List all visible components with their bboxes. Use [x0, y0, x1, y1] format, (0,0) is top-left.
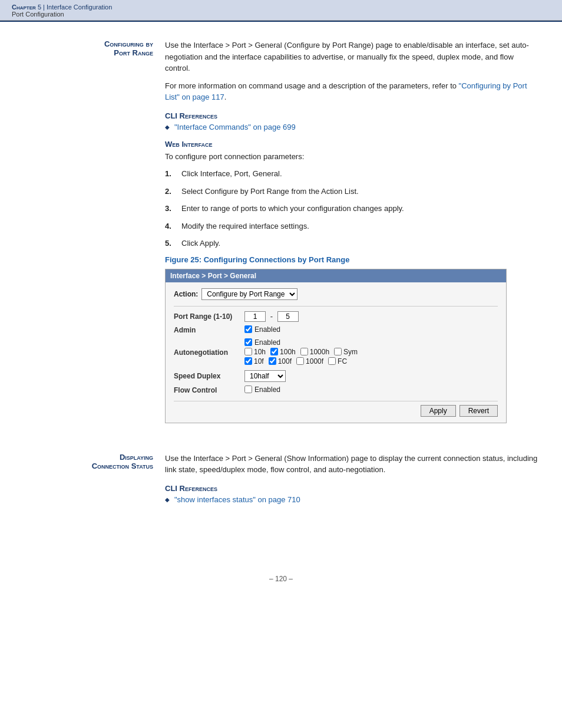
ui-port-range-to[interactable]: [277, 311, 299, 322]
label-connection-status: Connection Status: [47, 462, 153, 470]
section-label-displaying: Displaying Connection Status: [47, 453, 165, 510]
ui-cap-sym-label: Sym: [343, 348, 358, 356]
ui-flow-row: Flow Control Enabled: [174, 386, 498, 395]
label-port-range: Port Range: [47, 48, 153, 57]
cli-references-heading: CLI References: [165, 111, 538, 120]
cli-reference-item-2: "show interfaces status" on page 710: [165, 495, 538, 504]
apply-button[interactable]: Apply: [421, 405, 456, 417]
ui-cap-10h-label: 10h: [254, 348, 266, 356]
ui-speed-label: Speed Duplex: [174, 372, 244, 380]
ui-flow-checkbox[interactable]: [244, 386, 252, 393]
page-subtitle: Port Configuration: [12, 11, 550, 18]
ui-admin-label: Admin: [174, 326, 244, 334]
para-reference: For more information on command usage an…: [165, 80, 538, 103]
section-configuring-by-port-range: Configuring by Port Range Use the Interf…: [47, 39, 538, 435]
label-configuring-by: Configuring by: [47, 39, 153, 48]
step-1-num: 1.: [165, 168, 177, 180]
label-displaying: Displaying: [47, 453, 153, 462]
step-1: 1.Click Interface, Port, General.: [165, 168, 538, 180]
cli-references-list-2: "show interfaces status" on page 710: [165, 495, 538, 504]
ui-cap-1000f-label: 1000f: [306, 357, 323, 365]
revert-button[interactable]: Revert: [459, 405, 498, 417]
ui-speed-row: Speed Duplex 10half: [174, 370, 498, 382]
ui-port-range-inputs: -: [244, 311, 299, 322]
ui-cap-1000f-checkbox[interactable]: [296, 357, 304, 365]
ui-cap-100f-label: 100f: [278, 357, 292, 365]
ui-admin-text: Enabled: [254, 325, 280, 334]
step-1-text: Click Interface, Port, General.: [181, 168, 282, 180]
step-4: 4.Modify the required interface settings…: [165, 220, 538, 232]
ui-cap-fc-checkbox[interactable]: [328, 357, 336, 365]
ui-action-label: Action:: [174, 290, 198, 298]
para-display-intro: Use the Interface > Port > General (Show…: [165, 453, 538, 476]
ui-cap-1000h: 1000h: [300, 348, 329, 356]
ui-flow-text: Enabled: [254, 386, 280, 394]
step-5-num: 5.: [165, 238, 177, 249]
ui-action-select[interactable]: Configure by Port Range: [201, 288, 297, 300]
ui-cap-10f: 10f: [244, 357, 264, 365]
step-4-text: Modify the required interface settings.: [181, 220, 309, 232]
steps-list: 1.Click Interface, Port, General. 2.Sele…: [165, 168, 538, 249]
ui-autoneg-enabled-row: Enabled: [244, 338, 358, 347]
ui-speed-select[interactable]: 10half: [244, 370, 286, 382]
step-2: 2.Select Configure by Port Range from th…: [165, 186, 538, 197]
ui-cap-10h: 10h: [244, 348, 266, 356]
section-label-configuring: Configuring by Port Range: [47, 39, 165, 435]
section-body-configuring: Use the Interface > Port > General (Conf…: [165, 39, 538, 435]
ui-buttons-row: Apply Revert: [174, 401, 498, 417]
ui-cap-10f-label: 10f: [254, 357, 264, 365]
chapter-title: Interface Configuration: [47, 4, 112, 11]
cli-reference-item: "Interface Commands" on page 699: [165, 123, 538, 131]
step-2-num: 2.: [165, 186, 177, 197]
step-5: 5.Click Apply.: [165, 238, 538, 249]
ui-cap-1000h-checkbox[interactable]: [300, 348, 308, 355]
step-3-num: 3.: [165, 203, 177, 215]
ui-admin-checkbox[interactable]: [244, 325, 252, 333]
ui-box-title: Interface > Port > General: [166, 269, 506, 282]
ui-cap-row1: 10h 100h 1000h: [244, 348, 358, 356]
section-body-displaying: Use the Interface > Port > General (Show…: [165, 453, 538, 510]
cli-references-list: "Interface Commands" on page 699: [165, 123, 538, 131]
page-number: – 120 –: [0, 575, 562, 583]
ui-cap-1000f: 1000f: [296, 357, 323, 365]
ui-autoneg-row: Autonegotiation Enabled 10h: [174, 338, 498, 367]
ui-autoneg-values: Enabled 10h 100h: [244, 338, 358, 367]
ui-cap-row2: 10f 100f 1000f: [244, 357, 358, 365]
ui-autoneg-label: Autonegotiation: [174, 348, 244, 357]
ui-cap-fc-label: FC: [338, 357, 347, 365]
ui-flow-label: Flow Control: [174, 386, 244, 394]
ui-cap-100h-label: 100h: [280, 348, 296, 356]
chapter-label: Chapter 5 | Interface Configuration: [12, 4, 550, 11]
web-interface-heading: Web Interface: [165, 140, 538, 149]
ui-flow-checkbox-row: Enabled: [244, 386, 280, 394]
figure-caption: Figure 25: Configuring Connections by Po…: [165, 255, 538, 264]
ui-port-range-label: Port Range (1-10): [174, 312, 244, 321]
ui-range-separator: -: [270, 312, 273, 321]
step-2-text: Select Configure by Port Range from the …: [181, 186, 359, 197]
chapter-num-value: 5: [38, 4, 41, 11]
link-show-interfaces[interactable]: "show interfaces status" on page 710: [174, 495, 300, 504]
ui-admin-row: Admin Enabled: [174, 325, 498, 335]
step-3: 3.Enter to range of ports to which your …: [165, 203, 538, 215]
web-intro-text: To configure port connection parameters:: [165, 151, 538, 163]
ui-port-range-from[interactable]: [244, 311, 266, 322]
ui-cap-sym-checkbox[interactable]: [334, 348, 342, 355]
link-interface-commands[interactable]: "Interface Commands" on page 699: [174, 123, 296, 131]
ui-box-body: Action: Configure by Port Range Port Ran…: [166, 282, 506, 423]
ui-cap-10f-checkbox[interactable]: [244, 357, 252, 365]
ui-autoneg-checkbox[interactable]: [244, 338, 252, 346]
ui-autoneg-text: Enabled: [254, 338, 280, 347]
cli-references-heading-2: CLI References: [165, 484, 538, 493]
ui-screenshot-box: Interface > Port > General Action: Confi…: [165, 269, 507, 423]
main-content: Configuring by Port Range Use the Interf…: [0, 22, 562, 551]
ui-cap-100h-checkbox[interactable]: [270, 348, 278, 355]
ui-action-row: Action: Configure by Port Range: [174, 288, 498, 300]
ui-cap-sym: Sym: [334, 348, 358, 356]
step-5-text: Click Apply.: [181, 238, 220, 249]
ui-cap-100f-checkbox[interactable]: [269, 357, 276, 365]
ui-cap-1000h-label: 1000h: [310, 348, 329, 356]
ui-cap-10h-checkbox[interactable]: [244, 348, 252, 355]
chapter-sep: |: [43, 4, 45, 11]
para-ref-end: .: [224, 93, 227, 101]
para-ref-text: For more information on command usage an…: [165, 81, 459, 90]
